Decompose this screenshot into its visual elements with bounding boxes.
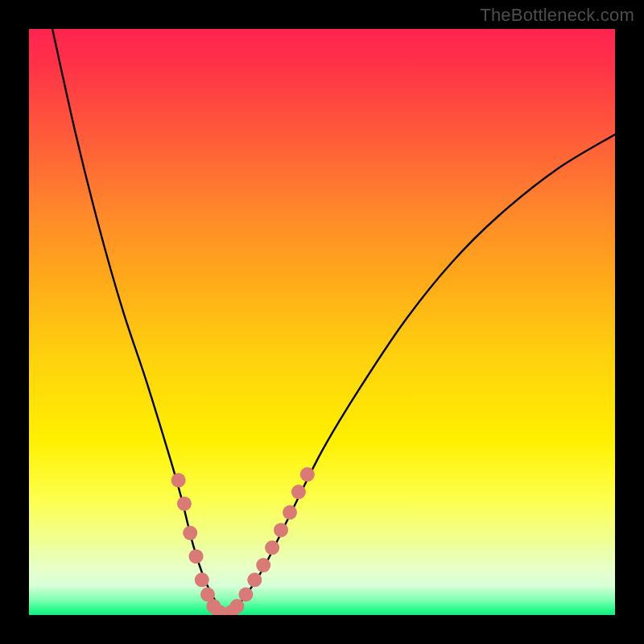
curve-marker bbox=[195, 572, 209, 587]
curve-marker bbox=[247, 572, 262, 587]
watermark-text: TheBottleneck.com bbox=[480, 5, 634, 26]
curve-marker bbox=[300, 467, 315, 481]
curve-marker bbox=[229, 599, 244, 613]
curve-marker bbox=[256, 558, 270, 572]
chart-plot-area bbox=[29, 29, 615, 615]
curve-marker bbox=[177, 497, 192, 511]
curve-marker bbox=[265, 540, 279, 555]
curve-marker bbox=[238, 588, 253, 602]
curve-marker bbox=[291, 485, 306, 499]
curve-marker bbox=[171, 473, 186, 488]
curve-marker bbox=[189, 549, 204, 564]
curve-marker bbox=[274, 522, 288, 537]
bottleneck-curve bbox=[52, 29, 615, 615]
chart-frame: TheBottleneck.com bbox=[0, 0, 644, 644]
curve-marker bbox=[283, 506, 297, 520]
curve-marker bbox=[183, 526, 197, 540]
chart-svg bbox=[29, 29, 615, 615]
